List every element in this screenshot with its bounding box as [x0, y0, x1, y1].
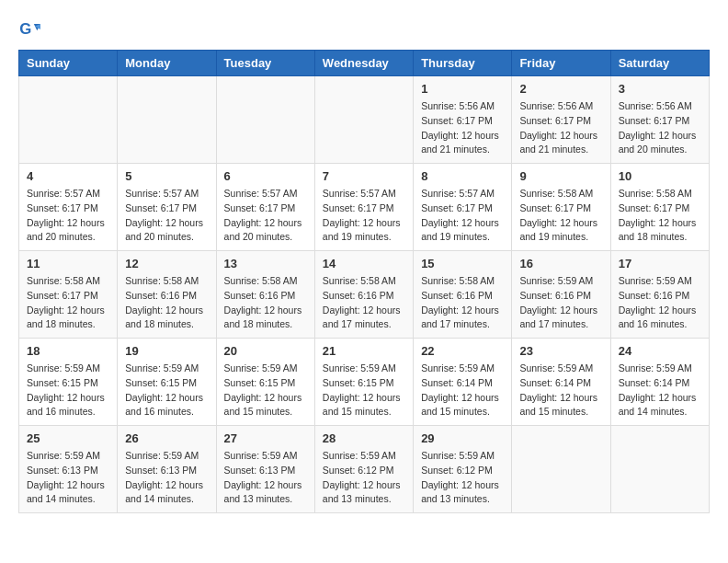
- calendar-cell: 29Sunrise: 5:59 AM Sunset: 6:12 PM Dayli…: [414, 426, 512, 513]
- page-header: G: [18, 18, 710, 40]
- day-info: Sunrise: 5:58 AM Sunset: 6:16 PM Dayligh…: [224, 274, 307, 332]
- day-info: Sunrise: 5:59 AM Sunset: 6:12 PM Dayligh…: [421, 449, 504, 507]
- calendar-cell: 9Sunrise: 5:58 AM Sunset: 6:17 PM Daylig…: [512, 164, 610, 251]
- day-info: Sunrise: 5:59 AM Sunset: 6:15 PM Dayligh…: [224, 362, 307, 419]
- calendar-cell: [512, 426, 610, 513]
- day-number: 23: [519, 344, 602, 358]
- day-number: 25: [27, 431, 109, 445]
- day-number: 15: [421, 257, 504, 270]
- day-info: Sunrise: 5:57 AM Sunset: 6:17 PM Dayligh…: [27, 187, 109, 245]
- day-info: Sunrise: 5:59 AM Sunset: 6:13 PM Dayligh…: [125, 449, 208, 507]
- calendar-cell: 4Sunrise: 5:57 AM Sunset: 6:17 PM Daylig…: [19, 164, 118, 251]
- day-number: 14: [323, 257, 405, 270]
- day-number: 18: [27, 344, 109, 358]
- day-info: Sunrise: 5:56 AM Sunset: 6:17 PM Dayligh…: [619, 99, 701, 157]
- calendar-cell: 7Sunrise: 5:57 AM Sunset: 6:17 PM Daylig…: [314, 164, 413, 251]
- day-number: 29: [421, 431, 504, 445]
- calendar-cell: 19Sunrise: 5:59 AM Sunset: 6:15 PM Dayli…: [118, 339, 216, 426]
- calendar-week-row: 1Sunrise: 5:56 AM Sunset: 6:17 PM Daylig…: [19, 76, 710, 164]
- day-info: Sunrise: 5:58 AM Sunset: 6:17 PM Dayligh…: [519, 187, 602, 245]
- day-number: 26: [125, 431, 208, 445]
- calendar-cell: 22Sunrise: 5:59 AM Sunset: 6:14 PM Dayli…: [414, 339, 512, 426]
- day-number: 9: [519, 169, 602, 183]
- calendar-cell: [610, 426, 709, 513]
- calendar-cell: 10Sunrise: 5:58 AM Sunset: 6:17 PM Dayli…: [610, 164, 709, 251]
- day-info: Sunrise: 5:58 AM Sunset: 6:17 PM Dayligh…: [27, 274, 109, 332]
- day-info: Sunrise: 5:59 AM Sunset: 6:15 PM Dayligh…: [323, 362, 405, 419]
- day-number: 13: [224, 257, 307, 270]
- calendar-cell: 15Sunrise: 5:58 AM Sunset: 6:16 PM Dayli…: [414, 251, 512, 339]
- calendar-cell: 16Sunrise: 5:59 AM Sunset: 6:16 PM Dayli…: [512, 251, 610, 339]
- day-info: Sunrise: 5:59 AM Sunset: 6:12 PM Dayligh…: [323, 449, 405, 507]
- day-info: Sunrise: 5:59 AM Sunset: 6:13 PM Dayligh…: [27, 449, 109, 507]
- day-number: 20: [224, 344, 307, 358]
- day-number: 1: [421, 82, 504, 96]
- day-number: 27: [224, 431, 307, 445]
- day-info: Sunrise: 5:59 AM Sunset: 6:13 PM Dayligh…: [224, 449, 307, 507]
- weekday-header: Friday: [512, 51, 610, 76]
- day-number: 19: [125, 344, 208, 358]
- day-info: Sunrise: 5:57 AM Sunset: 6:17 PM Dayligh…: [421, 187, 504, 245]
- day-info: Sunrise: 5:58 AM Sunset: 6:17 PM Dayligh…: [619, 187, 701, 245]
- day-info: Sunrise: 5:58 AM Sunset: 6:16 PM Dayligh…: [323, 274, 405, 332]
- calendar-cell: 20Sunrise: 5:59 AM Sunset: 6:15 PM Dayli…: [216, 339, 314, 426]
- weekday-header: Tuesday: [216, 51, 314, 76]
- logo-icon: G: [18, 18, 40, 40]
- calendar-cell: 12Sunrise: 5:58 AM Sunset: 6:16 PM Dayli…: [118, 251, 216, 339]
- calendar-cell: 26Sunrise: 5:59 AM Sunset: 6:13 PM Dayli…: [118, 426, 216, 513]
- calendar-cell: 27Sunrise: 5:59 AM Sunset: 6:13 PM Dayli…: [216, 426, 314, 513]
- calendar-cell: [216, 76, 314, 164]
- day-info: Sunrise: 5:58 AM Sunset: 6:16 PM Dayligh…: [421, 274, 504, 332]
- day-info: Sunrise: 5:56 AM Sunset: 6:17 PM Dayligh…: [519, 99, 602, 157]
- calendar-cell: 23Sunrise: 5:59 AM Sunset: 6:14 PM Dayli…: [512, 339, 610, 426]
- calendar-cell: [314, 76, 413, 164]
- day-number: 16: [519, 257, 602, 270]
- svg-text:G: G: [19, 20, 31, 38]
- day-info: Sunrise: 5:58 AM Sunset: 6:16 PM Dayligh…: [125, 274, 208, 332]
- calendar-cell: 24Sunrise: 5:59 AM Sunset: 6:14 PM Dayli…: [610, 339, 709, 426]
- calendar-header-row: SundayMondayTuesdayWednesdayThursdayFrid…: [19, 51, 710, 76]
- weekday-header: Monday: [118, 51, 216, 76]
- calendar-cell: 8Sunrise: 5:57 AM Sunset: 6:17 PM Daylig…: [414, 164, 512, 251]
- calendar-cell: 18Sunrise: 5:59 AM Sunset: 6:15 PM Dayli…: [19, 339, 118, 426]
- calendar-cell: 6Sunrise: 5:57 AM Sunset: 6:17 PM Daylig…: [216, 164, 314, 251]
- weekday-header: Wednesday: [314, 51, 413, 76]
- day-number: 22: [421, 344, 504, 358]
- calendar-week-row: 4Sunrise: 5:57 AM Sunset: 6:17 PM Daylig…: [19, 164, 710, 251]
- day-number: 21: [323, 344, 405, 358]
- calendar-week-row: 11Sunrise: 5:58 AM Sunset: 6:17 PM Dayli…: [19, 251, 710, 339]
- day-number: 5: [125, 169, 208, 183]
- day-number: 17: [619, 257, 701, 270]
- calendar-week-row: 25Sunrise: 5:59 AM Sunset: 6:13 PM Dayli…: [19, 426, 710, 513]
- day-info: Sunrise: 5:59 AM Sunset: 6:14 PM Dayligh…: [619, 362, 701, 419]
- day-info: Sunrise: 5:59 AM Sunset: 6:15 PM Dayligh…: [27, 362, 109, 419]
- logo: G: [18, 18, 44, 40]
- day-number: 6: [224, 169, 307, 183]
- day-number: 3: [619, 82, 701, 96]
- day-info: Sunrise: 5:57 AM Sunset: 6:17 PM Dayligh…: [323, 187, 405, 245]
- calendar-cell: 1Sunrise: 5:56 AM Sunset: 6:17 PM Daylig…: [414, 76, 512, 164]
- day-info: Sunrise: 5:59 AM Sunset: 6:16 PM Dayligh…: [619, 274, 701, 332]
- day-info: Sunrise: 5:59 AM Sunset: 6:16 PM Dayligh…: [519, 274, 602, 332]
- calendar-cell: 3Sunrise: 5:56 AM Sunset: 6:17 PM Daylig…: [610, 76, 709, 164]
- day-number: 10: [619, 169, 701, 183]
- calendar-table: SundayMondayTuesdayWednesdayThursdayFrid…: [18, 50, 710, 513]
- weekday-header: Saturday: [610, 51, 709, 76]
- day-number: 4: [27, 169, 109, 183]
- calendar-cell: 14Sunrise: 5:58 AM Sunset: 6:16 PM Dayli…: [314, 251, 413, 339]
- calendar-cell: 25Sunrise: 5:59 AM Sunset: 6:13 PM Dayli…: [19, 426, 118, 513]
- day-info: Sunrise: 5:56 AM Sunset: 6:17 PM Dayligh…: [421, 99, 504, 157]
- day-number: 11: [27, 257, 109, 270]
- day-number: 28: [323, 431, 405, 445]
- calendar-cell: 13Sunrise: 5:58 AM Sunset: 6:16 PM Dayli…: [216, 251, 314, 339]
- calendar-cell: [118, 76, 216, 164]
- day-number: 2: [519, 82, 602, 96]
- calendar-cell: 28Sunrise: 5:59 AM Sunset: 6:12 PM Dayli…: [314, 426, 413, 513]
- weekday-header: Thursday: [414, 51, 512, 76]
- calendar-week-row: 18Sunrise: 5:59 AM Sunset: 6:15 PM Dayli…: [19, 339, 710, 426]
- day-info: Sunrise: 5:57 AM Sunset: 6:17 PM Dayligh…: [224, 187, 307, 245]
- calendar-cell: 5Sunrise: 5:57 AM Sunset: 6:17 PM Daylig…: [118, 164, 216, 251]
- calendar-cell: 11Sunrise: 5:58 AM Sunset: 6:17 PM Dayli…: [19, 251, 118, 339]
- calendar-cell: 21Sunrise: 5:59 AM Sunset: 6:15 PM Dayli…: [314, 339, 413, 426]
- calendar-cell: 17Sunrise: 5:59 AM Sunset: 6:16 PM Dayli…: [610, 251, 709, 339]
